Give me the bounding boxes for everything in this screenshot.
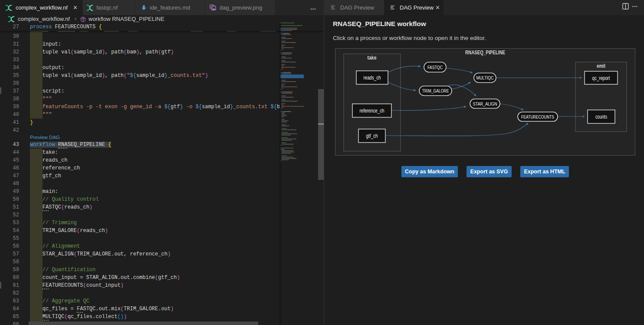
svg-text:gtf_ch: gtf_ch xyxy=(366,133,378,139)
svg-text:qc_report: qc_report xyxy=(592,75,611,81)
svg-text:take: take xyxy=(368,55,377,61)
svg-text:reference_ch: reference_ch xyxy=(360,108,384,114)
svg-text:FEATURECOUNTS: FEATURECOUNTS xyxy=(521,114,554,119)
svg-text:TRIM_GALORE: TRIM_GALORE xyxy=(422,88,449,93)
svg-text:STAR_ALIGN: STAR_ALIGN xyxy=(473,101,497,106)
svg-text:reads_ch: reads_ch xyxy=(364,75,381,81)
svg-text:MULTIQC: MULTIQC xyxy=(476,75,494,80)
svg-text:emit: emit xyxy=(597,63,606,69)
svg-text:counts: counts xyxy=(595,114,607,120)
svg-text:RNASEQ_PIPELINE: RNASEQ_PIPELINE xyxy=(465,50,505,56)
svg-text:FASTQC: FASTQC xyxy=(427,65,443,70)
